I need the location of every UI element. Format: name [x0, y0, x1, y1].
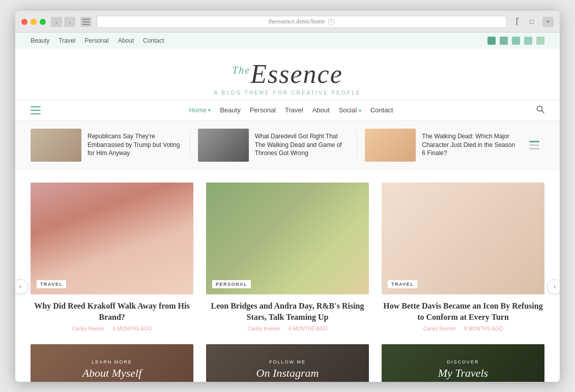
featured-separator: [190, 132, 190, 158]
address-bar[interactable]: theessence.demo/home: [97, 16, 507, 28]
rss-icon[interactable]: [536, 37, 544, 45]
dot-separator: ·: [108, 326, 111, 331]
top-nav-personal[interactable]: Personal: [84, 37, 108, 44]
main-nav: Home ▾ Beauty Personal Travel About Soci…: [15, 100, 560, 121]
promo-card-2[interactable]: FOLLOW ME On Instagram: [206, 344, 369, 381]
slider-dots: [529, 141, 539, 149]
dot-separator: ·: [459, 326, 463, 331]
slider-dot[interactable]: [529, 144, 539, 146]
article-category-3: TRAVEL: [388, 280, 417, 288]
chevron-down-icon: ▾: [359, 108, 361, 113]
article-time-3: 6 MONTHS AGO: [464, 326, 503, 331]
promo-card-1[interactable]: LEARN MORE About Myself: [31, 344, 193, 381]
maximize-button[interactable]: [40, 19, 46, 25]
featured-item-2[interactable]: What Daredevil Got Right That The Walkin…: [198, 129, 350, 162]
promo-grid: LEARN MORE About Myself FOLLOW ME On Ins…: [31, 344, 544, 381]
nav-about[interactable]: About: [312, 106, 330, 114]
instagram-icon[interactable]: [512, 37, 520, 45]
add-tab-button[interactable]: □: [526, 17, 537, 27]
nav-contact[interactable]: Contact: [370, 106, 393, 114]
article-meta-1: Carley Keener · 6 MONTHS AGO: [31, 326, 193, 331]
browser-actions: ⎡ □: [512, 17, 537, 27]
nav-beauty[interactable]: Beauty: [220, 106, 240, 114]
featured-title-2: What Daredevil Got Right That The Walkin…: [255, 132, 350, 158]
dot-separator: ·: [284, 326, 287, 331]
svg-rect-2: [82, 24, 90, 25]
article-meta-2: Carley Keener · 6 MONTHS AGO: [206, 326, 369, 331]
main-nav-links: Home ▾ Beauty Personal Travel About Soci…: [189, 106, 393, 114]
article-img-wrap-2: PERSONAL: [206, 183, 369, 294]
social-icons: [487, 37, 544, 45]
article-card-2[interactable]: PERSONAL Leon Bridges and Andra Day, R&B…: [206, 183, 369, 332]
minimize-button[interactable]: [31, 19, 37, 25]
nav-travel[interactable]: Travel: [285, 106, 303, 114]
close-button[interactable]: [21, 19, 27, 25]
svg-rect-1: [82, 21, 90, 22]
featured-text-3: The Walking Dead: Which Major Character …: [422, 132, 516, 158]
hamburger-line: [31, 113, 41, 114]
top-nav: Beauty Travel Personal About Contact: [15, 33, 560, 49]
sidebar-button[interactable]: [80, 17, 92, 27]
nav-personal[interactable]: Personal: [250, 106, 276, 114]
promo-title-3: My Travels: [438, 367, 488, 380]
svg-line-5: [542, 110, 544, 113]
top-nav-about[interactable]: About: [118, 37, 134, 44]
traffic-lights: [21, 19, 46, 25]
nav-home-label: Home: [189, 106, 207, 114]
article-title-3: How Bette Davis Became an Icon By Refusi…: [382, 300, 544, 323]
slider-dot-active[interactable]: [529, 141, 539, 142]
top-nav-links: Beauty Travel Personal About Contact: [31, 37, 164, 44]
nav-home[interactable]: Home ▾: [189, 106, 211, 114]
hamburger-line: [31, 106, 41, 107]
promo-label-3: DISCOVER: [447, 359, 479, 365]
promo-title-2: On Instagram: [256, 367, 319, 380]
article-meta-3: Carley Keener · 6 MONTHS AGO: [382, 326, 544, 331]
article-card-3[interactable]: TRAVEL How Bette Davis Became an Icon By…: [382, 183, 544, 332]
address-text: theessence.demo/home: [269, 18, 325, 25]
top-nav-contact[interactable]: Contact: [143, 37, 164, 44]
nav-social[interactable]: Social ▾: [339, 106, 361, 114]
article-time-1: 6 MONTHS AGO: [113, 326, 152, 331]
nav-social-label: Social: [339, 106, 357, 114]
article-category-2: PERSONAL: [212, 280, 251, 288]
twitter-icon[interactable]: [487, 37, 496, 45]
featured-separator: [357, 132, 357, 158]
article-title-2: Leon Bridges and Andra Day, R&B's Rising…: [206, 300, 369, 323]
featured-item-3[interactable]: The Walking Dead: Which Major Character …: [365, 129, 516, 162]
forward-button[interactable]: ›: [64, 17, 75, 27]
svg-rect-0: [82, 19, 90, 20]
article-img-wrap-3: TRAVEL: [382, 183, 544, 294]
pinterest-icon[interactable]: [524, 37, 532, 45]
next-arrow[interactable]: ›: [547, 279, 560, 294]
article-grid: TRAVEL Why Did Reed Krakoff Walk Away fr…: [31, 183, 544, 332]
article-author-1: Carley Keener: [72, 326, 105, 331]
hamburger-menu[interactable]: [31, 106, 41, 114]
website-content: Beauty Travel Personal About Contact The…: [15, 33, 560, 382]
facebook-icon[interactable]: [500, 37, 508, 45]
logo-tagline: A BLOG THEME FOR CREATIVE PEOPLE: [15, 90, 560, 96]
article-time-2: 6 MONTHS AGO: [289, 326, 327, 331]
article-author-3: Carley Keener: [423, 326, 456, 331]
featured-text-1: Republicans Say They're Embarrassed by T…: [88, 132, 182, 158]
back-button[interactable]: ‹: [51, 17, 62, 27]
featured-img-2: [198, 129, 249, 162]
article-section: ‹ TRAVEL Why Did Reed Krakoff Walk Away …: [15, 170, 560, 345]
logo-area: TheEssence A BLOG THEME FOR CREATIVE PEO…: [15, 49, 560, 100]
prev-arrow[interactable]: ‹: [15, 279, 28, 294]
main-nav-left: [31, 106, 46, 114]
promo-overlay-3: DISCOVER My Travels: [382, 344, 544, 381]
featured-item-1[interactable]: Republicans Say They're Embarrassed by T…: [31, 129, 182, 162]
promo-label-2: FOLLOW ME: [269, 359, 306, 365]
article-category-1: TRAVEL: [37, 280, 66, 288]
featured-slider: Republicans Say They're Embarrassed by T…: [15, 121, 560, 170]
article-card-1[interactable]: TRAVEL Why Did Reed Krakoff Walk Away fr…: [31, 183, 193, 332]
search-icon[interactable]: [536, 105, 544, 115]
slider-dot[interactable]: [529, 148, 539, 149]
promo-section: LEARN MORE About Myself FOLLOW ME On Ins…: [15, 344, 560, 381]
top-nav-travel[interactable]: Travel: [59, 37, 75, 44]
new-tab-button[interactable]: +: [542, 17, 554, 27]
share-button[interactable]: ⎡: [512, 17, 523, 27]
promo-label-1: LEARN MORE: [92, 359, 132, 365]
top-nav-beauty[interactable]: Beauty: [31, 37, 49, 44]
promo-card-3[interactable]: DISCOVER My Travels: [382, 344, 544, 381]
